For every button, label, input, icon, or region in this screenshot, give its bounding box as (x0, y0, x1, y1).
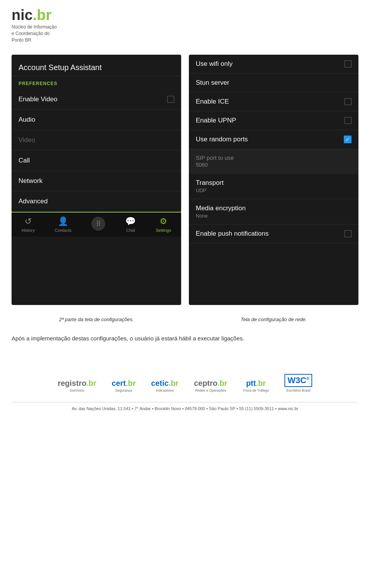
nav-contacts[interactable]: 👤 Contacts (55, 216, 71, 233)
logo-w3c: W3C® Escritório Brasil (284, 374, 312, 392)
nav-history[interactable]: ↺ History (22, 216, 35, 233)
screen-title: Account Setup Assistant (12, 55, 181, 76)
caption-left: 2ª parte da tela de configurações. (12, 317, 181, 322)
wifi-only-checkbox[interactable] (345, 60, 352, 67)
menu-item-network[interactable]: Network (12, 171, 181, 191)
setting-transport[interactable]: Transport UDP (189, 174, 358, 199)
apps-icon: ⠿ (91, 217, 105, 231)
screenshots-row: Account Setup Assistant PREFERENCES Enab… (12, 55, 358, 305)
right-phone-screen: Use wifi only Stun server Enable ICE Ena… (189, 55, 358, 305)
footer-logos: registro.br Domínios cert.br Segurança c… (12, 366, 358, 396)
logo-cert: cert.br Segurança (112, 379, 136, 392)
logo-br: br (37, 7, 51, 23)
captions-row: 2ª parte da tela de configurações. Tela … (12, 317, 358, 322)
main-paragraph: Após a implementação destas configuraçõe… (12, 334, 358, 343)
random-ports-checkbox[interactable]: ✓ (344, 136, 352, 143)
setting-enable-ice[interactable]: Enable ICE (189, 92, 358, 111)
main-content: Account Setup Assistant PREFERENCES Enab… (0, 47, 370, 426)
settings-icon: ⚙ (160, 216, 167, 226)
menu-item-advanced[interactable]: Advanced (12, 191, 181, 212)
setting-enable-upnp[interactable]: Enable UPNP (189, 111, 358, 130)
logo-subtitle: Núcleo de Informação e Coordenação do Po… (12, 24, 358, 43)
ice-checkbox[interactable] (345, 98, 352, 105)
enable-video-checkbox[interactable] (167, 96, 174, 103)
menu-item-call[interactable]: Call (12, 151, 181, 171)
section-label: PREFERENCES (12, 76, 181, 89)
logo-ptt: ptt.br Troca de Tráfego (243, 379, 269, 392)
menu-item-audio[interactable]: Audio (12, 110, 181, 130)
nav-apps[interactable]: ⠿ (91, 217, 105, 232)
upnp-checkbox[interactable] (345, 117, 352, 124)
menu-item-video[interactable]: Video (12, 130, 181, 151)
logo-cetic: cetic.br Indicadores (151, 379, 178, 392)
logo-registro: registro.br Domínios (58, 379, 96, 392)
history-icon: ↺ (25, 216, 32, 226)
nav-settings[interactable]: ⚙ Settings (156, 216, 171, 233)
page-header: nic.br Núcleo de Informação e Coordenaçã… (0, 0, 370, 47)
contacts-icon: 👤 (58, 216, 68, 226)
setting-use-random-ports[interactable]: Use random ports ✓ (189, 130, 358, 149)
logo-dot: . (33, 7, 37, 23)
logo-ceptro: ceptro.br Redes e Operações (194, 379, 227, 392)
setting-sip-port: SIP port to use 5060 (189, 149, 358, 174)
setting-stun-server[interactable]: Stun server (189, 74, 358, 92)
chat-icon: 💬 (125, 216, 136, 226)
menu-item-enable-video[interactable]: Enable Video (12, 89, 181, 110)
caption-right: Tela de configuração de rede. (189, 317, 358, 322)
setting-media-encryption[interactable]: Media encryption None (189, 199, 358, 224)
footer-address: Av. das Nações Unidas, 11.541 • 7° Andar… (12, 406, 358, 419)
bottom-nav: ↺ History 👤 Contacts ⠿ 💬 Chat ⚙ Set (12, 212, 181, 236)
push-notif-checkbox[interactable] (345, 230, 352, 237)
setting-push-notifications[interactable]: Enable push notifications (189, 224, 358, 243)
left-phone-screen: Account Setup Assistant PREFERENCES Enab… (12, 55, 181, 305)
logo: nic.br (12, 8, 358, 22)
footer-divider (12, 402, 358, 402)
nav-chat[interactable]: 💬 Chat (125, 216, 136, 233)
setting-use-wifi-only[interactable]: Use wifi only (189, 55, 358, 74)
